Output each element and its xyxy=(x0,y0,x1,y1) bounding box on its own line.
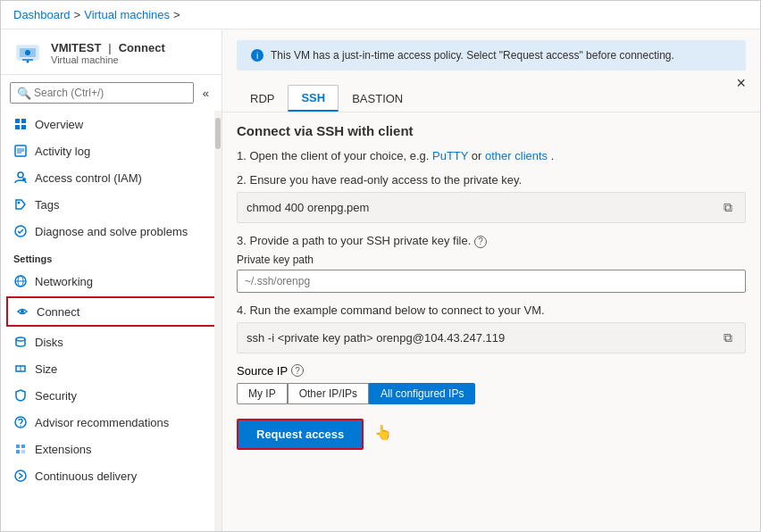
step-3-body: Provide a path to your SSH private key f… xyxy=(249,234,471,247)
settings-section-label: Settings xyxy=(1,245,222,268)
step-1-or: or xyxy=(472,149,485,162)
networking-icon xyxy=(13,274,28,288)
step-4-copy-button[interactable]: ⧉ xyxy=(720,328,736,347)
sidebar-item-overview[interactable]: Overview xyxy=(1,111,222,137)
private-key-input[interactable] xyxy=(237,270,746,293)
request-access-row: Request access 👆 xyxy=(237,415,746,450)
vm-connect-window: Dashboard > Virtual machines > xyxy=(0,0,761,532)
sidebar-item-delivery[interactable]: Continuous delivery xyxy=(1,462,222,489)
source-ip-my-ip[interactable]: My IP xyxy=(237,383,288,404)
sidebar-item-iam[interactable]: Access control (IAM) xyxy=(1,164,222,191)
source-ip-radio-group: My IP Other IP/IPs All configured IPs xyxy=(237,383,746,404)
svg-point-3 xyxy=(27,61,29,63)
tab-rdp[interactable]: RDP xyxy=(237,86,288,112)
svg-point-20 xyxy=(16,337,25,341)
tabs-container: RDP SSH BASTION xyxy=(222,78,760,112)
svg-point-2 xyxy=(25,50,30,55)
step-1-text: 1. Open the client of your choice, e.g. … xyxy=(237,149,746,162)
step-2-text: 2. Ensure you have read-only access to t… xyxy=(237,173,746,187)
activity-icon xyxy=(13,144,28,158)
step-1: 1. Open the client of your choice, e.g. … xyxy=(237,149,746,162)
step-2-body: Ensure you have read-only access to the … xyxy=(249,173,522,187)
breadcrumb-sep-2: > xyxy=(173,8,180,21)
breadcrumb-vms[interactable]: Virtual machines xyxy=(84,8,170,21)
sidebar-item-disks[interactable]: Disks xyxy=(1,328,222,355)
info-banner: i This VM has a just-in-time access poli… xyxy=(237,40,746,71)
info-icon: i xyxy=(251,49,263,62)
sidebar-item-diagnose[interactable]: Diagnose and solve problems xyxy=(1,218,222,245)
svg-rect-5 xyxy=(21,119,26,123)
security-label: Security xyxy=(35,389,77,403)
step-4-command-block: ssh -i <private key path> orenpg@104.43.… xyxy=(237,322,746,353)
source-ip-other[interactable]: Other IP/IPs xyxy=(288,383,369,404)
advisor-icon xyxy=(13,415,28,429)
source-ip-all[interactable]: All configured IPs xyxy=(369,383,475,404)
sidebar-item-activity-log[interactable]: Activity log xyxy=(1,137,222,164)
svg-point-29 xyxy=(15,470,26,481)
putty-link[interactable]: PuTTY xyxy=(432,149,468,162)
cursor-icon: 👆 xyxy=(374,424,392,441)
breadcrumb-dashboard[interactable]: Dashboard xyxy=(13,8,71,21)
diagnose-label: Diagnose and solve problems xyxy=(35,225,188,238)
close-button[interactable]: × xyxy=(736,74,746,93)
svg-rect-28 xyxy=(21,450,25,453)
svg-rect-7 xyxy=(21,125,26,129)
sidebar-item-size[interactable]: Size xyxy=(1,355,222,382)
sidebar-item-networking[interactable]: Networking xyxy=(1,268,222,295)
sidebar-item-tags[interactable]: Tags xyxy=(1,191,222,218)
step-4-command: ssh -i <private key path> orenpg@104.43.… xyxy=(247,331,505,345)
sidebar-item-security[interactable]: Security xyxy=(1,382,222,409)
window-content: VMITEST | Connect Virtual machine 🔍 « xyxy=(1,29,760,531)
svg-point-19 xyxy=(21,310,24,313)
svg-point-14 xyxy=(18,202,21,204)
networking-label: Networking xyxy=(35,275,93,288)
search-input[interactable] xyxy=(10,82,194,104)
search-icon: 🔍 xyxy=(17,87,31,100)
step-3-text: 3. Provide a path to your SSH private ke… xyxy=(237,234,746,248)
vm-icon xyxy=(13,38,42,67)
delivery-label: Continuous delivery xyxy=(35,470,137,483)
size-label: Size xyxy=(35,362,57,376)
sidebar-item-extensions[interactable]: Extensions xyxy=(1,436,222,462)
delivery-icon xyxy=(13,469,28,483)
info-banner-text: This VM has a just-in-time access policy… xyxy=(271,49,674,62)
step-1-number: 1. xyxy=(237,149,247,162)
step-1-period: . xyxy=(551,149,555,162)
tab-ssh[interactable]: SSH xyxy=(288,85,339,112)
iam-icon xyxy=(13,170,28,185)
disks-icon xyxy=(13,335,28,349)
svg-rect-25 xyxy=(16,445,20,448)
step-3-help-icon[interactable]: ? xyxy=(474,236,487,248)
collapse-button[interactable]: « xyxy=(199,85,213,102)
source-ip-help-icon[interactable]: ? xyxy=(291,364,304,377)
size-icon xyxy=(13,362,28,376)
tab-bastion[interactable]: BASTION xyxy=(339,86,416,112)
step-2-copy-button[interactable]: ⧉ xyxy=(720,198,736,217)
step-4-text: 4. Run the example command below to conn… xyxy=(237,303,746,317)
step-4-number: 4. xyxy=(237,303,247,317)
svg-rect-27 xyxy=(16,450,20,453)
vm-section: Connect xyxy=(119,41,165,54)
vm-name: VMITEST xyxy=(51,41,101,54)
vm-header-text: VMITEST | Connect Virtual machine xyxy=(51,41,165,65)
overview-icon xyxy=(13,117,28,131)
other-clients-link[interactable]: other clients xyxy=(485,149,548,162)
private-key-label: Private key path xyxy=(237,254,746,266)
request-access-button[interactable]: Request access xyxy=(237,419,364,450)
sidebar-item-connect[interactable]: Connect xyxy=(6,296,216,327)
svg-point-24 xyxy=(20,425,21,427)
step-2: 2. Ensure you have read-only access to t… xyxy=(237,173,746,223)
sidebar: VMITEST | Connect Virtual machine 🔍 « xyxy=(1,29,222,531)
step-3: 3. Provide a path to your SSH private ke… xyxy=(237,234,746,293)
sidebar-item-advisor[interactable]: Advisor recommendations xyxy=(1,409,222,436)
main-content: i This VM has a just-in-time access poli… xyxy=(222,29,760,531)
source-ip-text: Source IP xyxy=(237,364,288,378)
connect-label: Connect xyxy=(37,305,79,319)
svg-point-12 xyxy=(18,172,23,178)
disks-label: Disks xyxy=(35,336,63,349)
activity-log-label: Activity log xyxy=(35,145,90,158)
svg-rect-6 xyxy=(15,125,20,129)
connect-icon xyxy=(15,304,29,319)
step-2-number: 2. xyxy=(237,173,247,187)
security-icon xyxy=(13,388,28,403)
